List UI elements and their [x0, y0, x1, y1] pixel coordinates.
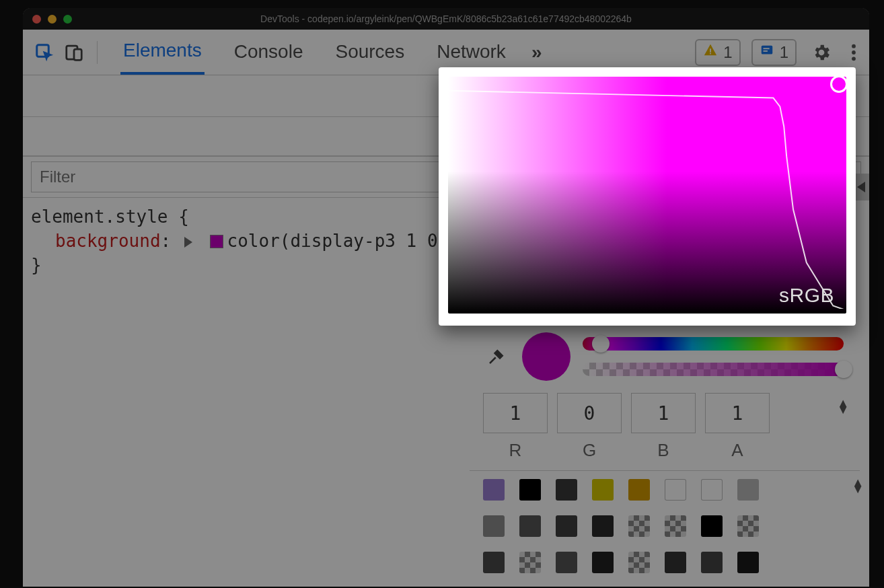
info-icon	[760, 43, 774, 62]
channel-r-label: R	[509, 440, 522, 461]
traffic-lights	[23, 15, 72, 24]
palette-swatch[interactable]	[483, 552, 505, 573]
palette-swatch[interactable]	[701, 479, 723, 501]
current-color-swatch	[522, 332, 570, 381]
warnings-count: 1	[723, 43, 732, 62]
palette-swatch[interactable]	[519, 479, 541, 501]
palette-swatch[interactable]	[592, 479, 614, 501]
settings-icon[interactable]	[807, 42, 836, 63]
palette-swatch[interactable]	[701, 515, 723, 537]
palette-swatch[interactable]	[592, 552, 614, 573]
channel-r-input[interactable]: 1	[483, 393, 548, 433]
color-swatch-icon[interactable]	[210, 235, 223, 248]
palette-swatch[interactable]	[556, 479, 577, 501]
eyedropper-icon[interactable]	[483, 346, 510, 367]
minimize-icon[interactable]	[48, 15, 57, 24]
palette-swatch[interactable]	[483, 515, 505, 537]
palette-swatch[interactable]	[665, 479, 686, 501]
inspect-icon[interactable]	[31, 39, 58, 66]
svg-rect-6	[763, 48, 769, 49]
info-badge[interactable]: 1	[751, 39, 797, 66]
palette-swatch[interactable]	[483, 479, 505, 501]
channel-b-input[interactable]: 1	[631, 393, 696, 433]
titlebar: DevTools - codepen.io/argyleink/pen/QWBg…	[23, 8, 869, 30]
svg-rect-5	[761, 45, 772, 54]
alpha-thumb[interactable]	[835, 361, 852, 378]
divider	[97, 41, 98, 64]
channel-a-input[interactable]: 1	[705, 393, 770, 433]
hue-thumb[interactable]	[592, 335, 610, 353]
warning-icon	[703, 43, 718, 62]
divider	[470, 470, 860, 471]
svg-point-9	[852, 50, 856, 54]
palette-grid: ▲▼	[483, 479, 846, 579]
device-toggle-icon[interactable]	[61, 39, 87, 66]
svg-rect-3	[710, 48, 711, 52]
css-property[interactable]: background	[55, 231, 161, 251]
color-spectrum[interactable]: sRGB	[448, 77, 846, 314]
channel-inputs: 1 R 0 G 1 B 1 A ▲▼	[483, 388, 846, 466]
info-count: 1	[780, 43, 788, 62]
palette-swatch[interactable]	[628, 552, 650, 573]
palette-swatch[interactable]	[665, 515, 686, 537]
channel-a-label: A	[731, 440, 743, 461]
palette-swatch[interactable]	[592, 515, 614, 537]
palette-swatch[interactable]	[665, 552, 686, 573]
sidebar-collapse-icon[interactable]	[854, 174, 869, 200]
palette-swatch[interactable]	[737, 515, 759, 537]
format-toggle-icon[interactable]: ▲▼	[837, 400, 849, 413]
window-title: DevTools - codepen.io/argyleink/pen/QWBg…	[23, 13, 869, 24]
palette-swatch[interactable]	[519, 515, 541, 537]
palette-swatch[interactable]	[628, 515, 650, 537]
css-value[interactable]: color(display-p3 1 0	[227, 231, 438, 251]
tab-sources[interactable]: Sources	[332, 32, 407, 73]
more-menu-icon[interactable]	[846, 43, 861, 62]
maximize-icon[interactable]	[63, 15, 72, 24]
palette-swatch[interactable]	[556, 515, 577, 537]
alpha-slider[interactable]	[583, 363, 844, 376]
svg-point-8	[852, 44, 856, 48]
palette-swatch[interactable]	[737, 479, 759, 501]
palette-swatch[interactable]	[628, 479, 650, 501]
palette-swatch[interactable]	[519, 552, 541, 573]
color-spectrum-popout: sRGB	[439, 67, 856, 326]
svg-rect-2	[74, 49, 81, 60]
svg-point-10	[852, 57, 856, 61]
channel-b-label: B	[657, 440, 669, 461]
hue-slider[interactable]	[583, 337, 844, 351]
close-icon[interactable]	[32, 15, 41, 24]
tab-console[interactable]: Console	[231, 32, 306, 73]
spectrum-cursor[interactable]	[830, 75, 848, 93]
svg-rect-7	[763, 50, 767, 52]
palette-toggle-icon[interactable]: ▲▼	[852, 479, 864, 492]
srgb-gamut-line	[448, 77, 846, 309]
warnings-badge[interactable]: 1	[695, 39, 740, 66]
tab-elements[interactable]: Elements	[120, 30, 205, 75]
svg-rect-4	[710, 52, 711, 54]
expand-icon[interactable]	[184, 237, 192, 248]
gamut-label: sRGB	[779, 284, 834, 307]
channel-g-label: G	[583, 440, 596, 461]
palette-swatch[interactable]	[701, 552, 723, 573]
channel-g-input[interactable]: 0	[557, 393, 622, 433]
palette-swatch[interactable]	[556, 552, 577, 573]
tabs-overflow-icon[interactable]: »	[531, 42, 542, 63]
palette-swatch[interactable]	[737, 552, 759, 573]
